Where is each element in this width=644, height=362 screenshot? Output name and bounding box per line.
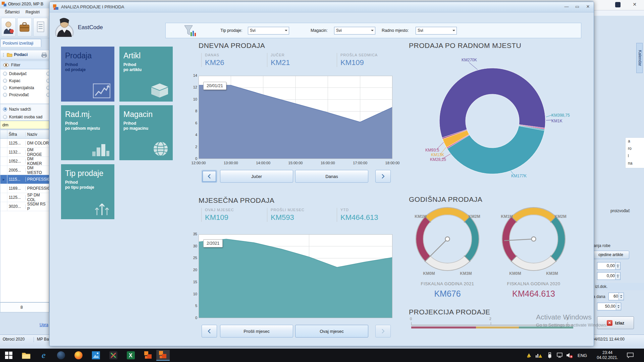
amount-input-2[interactable]: 0,00 <box>597 272 621 280</box>
statusbar-mid: MP Ba <box>37 337 49 342</box>
taskbar-clock[interactable]: 23:44 04.02.2021. <box>592 350 623 360</box>
dialog-filterbar: Tip prodaje: Svi Magacin: Svi Radno mjes… <box>165 23 581 38</box>
tray-icon-stats-warning[interactable]: ! <box>535 349 542 362</box>
radio-proizvođač[interactable]: Proizvođač <box>0 91 49 98</box>
grid-column-sifra[interactable]: Šifra <box>7 132 26 137</box>
table-row[interactable]: 1125...SP DM COL <box>0 193 49 202</box>
table-row[interactable]: 3020...SSDM RS P <box>0 202 49 211</box>
stat-prosli-mjesec: KM593 <box>271 213 305 222</box>
prosli-mjesec-button[interactable]: Prošli mjesec <box>220 325 293 338</box>
close-button[interactable]: ✕ <box>585 4 591 9</box>
radno-mjesto-select[interactable]: Svi <box>416 27 457 35</box>
text-fragment: l <box>628 154 629 158</box>
radio-icon <box>3 72 7 76</box>
package-icon <box>151 83 169 98</box>
text-fragment: na <box>628 161 632 166</box>
artikli-button[interactable]: ojedine artikle <box>592 251 629 259</box>
table-row[interactable]: 1052...DM KOMER <box>0 157 49 166</box>
daily-prev-button[interactable] <box>202 170 217 183</box>
tip-prodaje-select[interactable]: Svi <box>248 27 289 35</box>
erp-app-icon-active[interactable] <box>156 350 170 361</box>
photos-app-icon[interactable] <box>89 350 103 361</box>
table-row[interactable]: ▸1115...PROFESSIO <box>0 175 49 184</box>
printer-icon[interactable] <box>41 53 47 58</box>
app-icon <box>2 2 7 7</box>
daily-next-button[interactable] <box>375 170 391 183</box>
tile-radno-mjesto[interactable]: Rad.mj. Prihodpo radnom mjestu <box>61 105 114 160</box>
daily-y-axis: 02468101214 <box>186 76 197 159</box>
file-explorer-icon[interactable] <box>19 350 33 361</box>
grid-header: Šifra Naziv <box>0 130 49 139</box>
label-anja-robe: anja robe <box>594 243 610 248</box>
chevron-right-icon <box>381 174 385 179</box>
tab-kalendar[interactable]: Kalendar <box>636 43 643 73</box>
search-input[interactable]: dm <box>0 121 49 129</box>
tile-magacin[interactable]: Magacin Prihodpo magacinu <box>119 105 173 160</box>
tile-tip-prodaje[interactable]: Tip prodaje Prihodpo tipu prodaje <box>61 164 114 219</box>
radio-kontakt-osoba[interactable]: Kontakt osoba sad <box>0 113 49 120</box>
filter-label-tip-prodaje: Tip prodaje: <box>220 28 243 33</box>
radio-dobavljač[interactable]: Dobavljač <box>0 70 49 77</box>
erp-app-icon[interactable] <box>142 350 155 361</box>
jucer-button[interactable]: Jučer <box>220 170 293 183</box>
gauge-value-2021: KM676 <box>404 289 491 299</box>
user-toolbar-button[interactable] <box>1 18 16 37</box>
amount-input-1[interactable]: 0,00 <box>597 262 621 270</box>
stat-ovaj-mjesec: KM109 <box>205 213 234 222</box>
document-toolbar-button[interactable] <box>33 18 48 37</box>
close-red-icon: ✕ <box>607 320 612 326</box>
label-dana: a dana <box>593 294 605 299</box>
excel-icon[interactable]: X <box>124 350 138 361</box>
magacin-select[interactable]: Svi <box>334 27 375 35</box>
radio-kupac[interactable]: Kupac <box>0 77 49 84</box>
table-row[interactable]: 1169...PROFESSIO <box>0 184 49 193</box>
table-row[interactable]: 1132...DM DROGE <box>0 148 49 157</box>
funnel-icon <box>183 25 197 37</box>
menu-sifarnici[interactable]: Šifarnici <box>5 10 19 14</box>
table-row[interactable]: 1125...DM COLOR <box>0 139 49 148</box>
tile-prodaja[interactable]: Prodaja Prihodod prodaje <box>61 47 114 102</box>
close-icon[interactable]: ✕ <box>633 2 637 7</box>
dana-input[interactable]: 60 <box>608 293 624 300</box>
section-title-dnevna: DNEVNA PRODAJA <box>199 42 392 50</box>
donut-label: KM1K <box>551 119 562 123</box>
spinner[interactable] <box>619 293 624 300</box>
radio-icon <box>46 72 49 76</box>
stat-prosla-sedmica: KM109 <box>340 58 378 67</box>
danas-button[interactable]: Danas <box>295 170 368 183</box>
radio-komercijalista[interactable]: Komercijalista <box>0 84 49 91</box>
tray-icon-volume-muted[interactable] <box>566 349 574 362</box>
browser-sphere-icon[interactable] <box>54 350 68 361</box>
spinner[interactable] <box>615 273 620 280</box>
amount-input-3[interactable]: 50,00 <box>597 303 621 310</box>
spinner[interactable] <box>616 303 621 310</box>
ovaj-mjesec-button[interactable]: Ovaj mjesec <box>295 325 368 338</box>
notification-center-icon[interactable] <box>627 349 634 362</box>
start-button[interactable] <box>2 350 15 361</box>
activate-windows-watermark: Activate Windows <box>536 313 592 321</box>
filter-panel-header[interactable]: Filter <box>0 61 49 69</box>
radio-icon <box>3 115 7 119</box>
utility-app-icon[interactable] <box>107 350 120 361</box>
tab-poslovni-izvestaji[interactable]: Poslovni izveštaji <box>0 39 41 47</box>
menu-registri[interactable]: Registri <box>25 10 40 14</box>
dialog-titlebar[interactable]: ANALIZA PRODAJE I PRIHODA — ▭ ✕ <box>50 2 594 12</box>
spinner[interactable] <box>615 262 620 269</box>
briefcase-toolbar-button[interactable] <box>17 18 32 37</box>
tray-icon-app[interactable] <box>526 349 532 362</box>
section-title-mjesecna: MJESEČNA PRODAJA <box>199 196 392 204</box>
table-row[interactable]: 2005...DM WESTO <box>0 166 49 175</box>
grid-column-naziv[interactable]: Naziv <box>26 132 49 137</box>
internet-explorer-icon[interactable]: e <box>37 350 50 361</box>
tray-icon-network[interactable] <box>557 349 564 362</box>
minimize-button[interactable]: — <box>564 4 570 9</box>
maximize-button[interactable]: ▭ <box>574 4 580 9</box>
radio-naziv-sadrzi[interactable]: Naziv sadrži <box>0 106 49 113</box>
upravljanje-link[interactable]: Upra <box>40 322 48 327</box>
language-indicator[interactable]: ENG <box>578 349 587 362</box>
monthly-prev-button[interactable] <box>202 325 217 338</box>
firefox-icon[interactable] <box>72 350 85 361</box>
tile-artikl[interactable]: Artikl Prihodpo artiklu <box>119 47 173 102</box>
monthly-next-button[interactable] <box>375 325 391 338</box>
tray-icon-usb[interactable] <box>547 349 552 362</box>
